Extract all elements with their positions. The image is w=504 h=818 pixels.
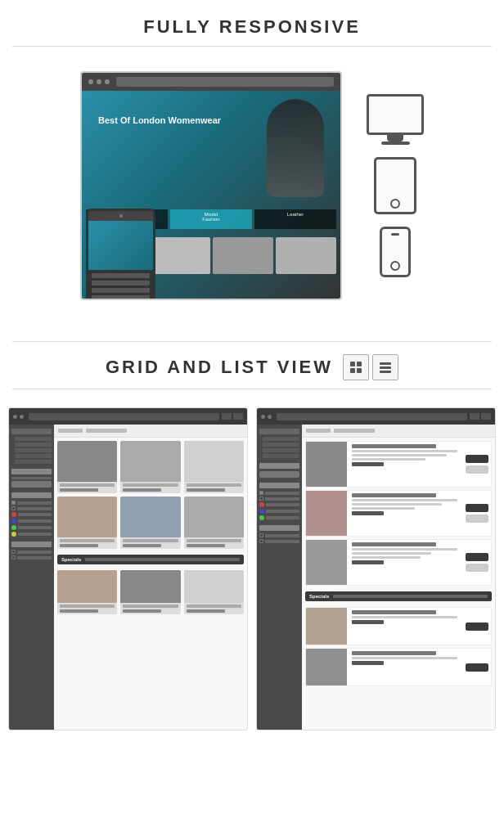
list-wish-btn-2[interactable]	[466, 515, 488, 523]
special-list-img-1	[306, 608, 347, 645]
product-price-4	[60, 544, 98, 547]
list-wish-btn-3[interactable]	[466, 564, 488, 572]
list-color-text-1	[266, 503, 299, 506]
grid-shop-header	[9, 408, 247, 425]
specials-subtext-right	[333, 595, 488, 598]
list-shop-header	[257, 408, 495, 425]
list-section-3	[259, 525, 299, 531]
product-img-6	[184, 497, 244, 537]
filter-size-2	[11, 555, 16, 560]
monitor-screen	[367, 94, 424, 135]
list-desc-3c	[352, 556, 421, 559]
filter-row-size-1	[11, 550, 52, 554]
special-list-name-1	[352, 610, 436, 614]
products-grid	[54, 438, 247, 552]
device-icons	[367, 94, 424, 277]
product-img-2	[120, 441, 180, 482]
special-info-1	[57, 603, 117, 614]
list-add-btn-3[interactable]	[466, 553, 488, 561]
header-dot-2	[20, 415, 24, 419]
special-add-btn-2[interactable]	[466, 663, 488, 672]
product-price-1	[60, 488, 98, 492]
thumb-2	[149, 237, 209, 274]
filter-color-3	[18, 526, 52, 529]
special-list-info-2	[349, 649, 460, 685]
filter-row-2	[11, 506, 52, 510]
special-list-item-1	[305, 607, 492, 645]
specials-section-right: Specials	[305, 591, 492, 601]
list-check-1	[259, 491, 263, 495]
list-shop-body: Specials	[257, 425, 495, 730]
filter-row-1	[11, 501, 52, 505]
list-icon	[379, 361, 392, 374]
filter-color-1	[18, 513, 52, 516]
product-card-6	[184, 497, 244, 549]
sidebar-cat-1	[11, 429, 52, 434]
list-view-screenshot: Specials	[256, 407, 496, 730]
label-model-fashion: ModelFashion	[170, 209, 252, 229]
specials-section-left: Specials	[57, 555, 244, 564]
mobile-menu-line-4	[92, 295, 150, 300]
browser-dot-3	[105, 79, 110, 84]
special-list-desc-2	[352, 657, 457, 659]
list-price-1	[352, 462, 384, 466]
special-info-3	[184, 603, 244, 614]
ctrl-2	[233, 413, 243, 420]
filter-size-text-2	[17, 556, 52, 560]
product-name-2	[123, 483, 178, 487]
svg-rect-1	[357, 362, 362, 366]
sidebar-item-3	[15, 448, 52, 452]
list-info-3	[349, 540, 460, 585]
color-dot-green	[11, 525, 16, 530]
product-name-6	[187, 539, 241, 542]
special-name-2	[123, 605, 178, 608]
special-card-3	[184, 570, 244, 614]
list-view-button[interactable]	[372, 354, 398, 380]
list-desc-3b	[352, 552, 431, 555]
special-img-2	[120, 570, 180, 603]
special-list-info-1	[349, 608, 460, 645]
grid-view-button[interactable]	[343, 354, 369, 380]
product-info-2	[120, 482, 180, 493]
list-action-1	[462, 442, 491, 487]
list-filter-2	[259, 497, 299, 501]
list-img-3	[306, 540, 347, 585]
product-card-5	[120, 497, 180, 549]
list-sidebar-cat	[259, 429, 299, 434]
special-list-action-1	[462, 608, 491, 645]
list-name-3	[352, 542, 436, 546]
list-desc-1c	[352, 458, 425, 461]
product-info-1	[57, 482, 117, 493]
specials-label-left: Specials	[61, 557, 81, 562]
filter-check-1	[11, 501, 16, 505]
list-add-btn-1[interactable]	[466, 455, 488, 463]
section2-divider-top	[12, 341, 492, 342]
product-info-3	[184, 482, 244, 493]
section1-title: FULLY RESPONSIVE	[0, 16, 504, 38]
product-img-1	[57, 441, 117, 482]
list-check-2	[259, 497, 263, 501]
special-name-3	[187, 605, 241, 608]
special-list-img-2	[306, 649, 347, 685]
product-card-2	[120, 441, 180, 493]
header-controls	[222, 413, 243, 420]
product-info-6	[184, 537, 244, 549]
list-size-text-1	[265, 534, 299, 537]
monitor-base	[381, 142, 410, 145]
special-add-btn-1[interactable]	[466, 622, 488, 631]
sidebar-item-2	[15, 443, 52, 447]
list-ctrl-1	[470, 413, 479, 420]
color-dot-yellow	[11, 532, 16, 537]
special-list-price-1	[352, 620, 384, 624]
special-price-1	[60, 609, 98, 613]
list-wish-btn-1[interactable]	[466, 465, 488, 474]
list-add-btn-2[interactable]	[466, 504, 488, 512]
svg-rect-0	[350, 362, 355, 366]
specials-grid	[54, 567, 247, 618]
list-filter-1	[259, 491, 299, 495]
product-img-5	[120, 497, 180, 537]
sidebar-item-1	[15, 437, 52, 441]
list-filter-3	[259, 502, 299, 507]
thumb-3	[213, 237, 273, 274]
desktop-device-icon	[367, 94, 424, 145]
